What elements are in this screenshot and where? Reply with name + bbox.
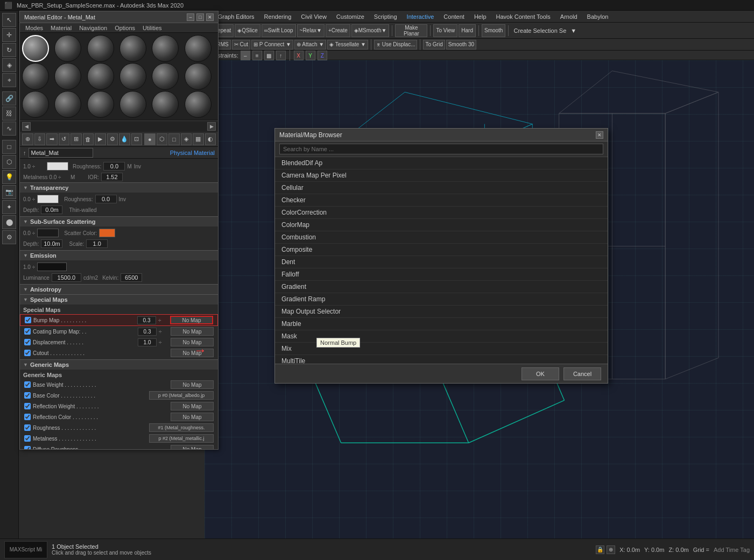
- sample-sphere-14[interactable]: [87, 91, 114, 118]
- mat-menu-material[interactable]: Material: [47, 24, 75, 32]
- menu-scripting[interactable]: Scripting: [370, 12, 401, 21]
- sample-sphere-8[interactable]: [87, 63, 114, 90]
- map-item-combustion[interactable]: Combustion: [275, 231, 608, 244]
- sample-sphere-3[interactable]: [119, 35, 146, 62]
- ior-input[interactable]: [101, 173, 123, 181]
- left-bind-btn[interactable]: ∿: [2, 122, 16, 136]
- refl-weight-btn[interactable]: No Map: [171, 402, 214, 410]
- left-unlink-btn[interactable]: ⛓: [2, 107, 16, 120]
- displacement-spinner[interactable]: ÷: [159, 339, 168, 345]
- mat-box-btn[interactable]: □: [168, 133, 180, 145]
- menu-customize[interactable]: Customize: [332, 12, 369, 21]
- constraint-edge[interactable]: ≡: [252, 51, 262, 60]
- bump-map-checkbox[interactable]: [25, 317, 31, 323]
- map-browser-cancel-btn[interactable]: Cancel: [563, 367, 601, 380]
- coating-bump-checkbox[interactable]: [24, 328, 31, 335]
- displacement-val[interactable]: [138, 338, 157, 346]
- base-color-btn[interactable]: p #0 (Metal_albedo.jp: [149, 391, 214, 400]
- map-item-composite[interactable]: Composite: [275, 244, 608, 256]
- left-geo-btn[interactable]: □: [2, 140, 16, 154]
- tessellate-btn[interactable]: ◈ Tessellate ▼: [327, 40, 368, 49]
- coating-bump-spinner[interactable]: ÷: [159, 329, 168, 335]
- map-item-colormap[interactable]: ColorMap: [275, 219, 608, 231]
- map-item-multitile[interactable]: MultiTile: [275, 355, 608, 364]
- map-search-input[interactable]: [279, 144, 603, 154]
- coating-bump-val[interactable]: [138, 328, 157, 336]
- map-item-gradient[interactable]: Gradient: [275, 281, 608, 293]
- sample-sphere-9[interactable]: [119, 63, 146, 90]
- mat-delete-btn[interactable]: 🗑: [83, 133, 94, 145]
- sample-sphere-15[interactable]: [119, 91, 146, 118]
- cut-btn[interactable]: ✂ Cut: [232, 40, 250, 49]
- luminance-input[interactable]: [52, 273, 81, 282]
- qslice-btn[interactable]: ◈ QSlice: [235, 24, 260, 37]
- bump-map-btn[interactable]: No Map: [170, 316, 213, 324]
- mat-custom-btn[interactable]: ◈: [181, 133, 192, 145]
- displacement-btn[interactable]: No Map: [171, 338, 214, 346]
- sss-section[interactable]: Sub-Surface Scattering: [20, 216, 218, 226]
- trans-swatch[interactable]: [37, 195, 59, 203]
- map-item-camera[interactable]: Camera Map Per Pixel: [275, 169, 608, 182]
- menu-rendering[interactable]: Rendering: [260, 12, 296, 21]
- left-helper-btn[interactable]: ✦: [2, 200, 16, 214]
- mat-picker-btn[interactable]: 💧: [119, 133, 130, 145]
- left-move-btn[interactable]: ✛: [2, 28, 16, 42]
- bump-map-val[interactable]: [137, 316, 156, 324]
- generic-maps-section[interactable]: Generic Maps: [20, 359, 218, 370]
- left-light-btn[interactable]: 💡: [2, 170, 16, 184]
- base-weight-checkbox[interactable]: [24, 381, 31, 388]
- mat-put-material-btn[interactable]: ⇩: [34, 133, 46, 145]
- sss-depth-input[interactable]: [41, 239, 62, 248]
- constraint-none[interactable]: –: [241, 51, 250, 60]
- mat-cylinder-btn[interactable]: ⬡: [157, 133, 168, 145]
- sample-sphere-2[interactable]: [87, 35, 114, 62]
- map-item-cellular[interactable]: Cellular: [275, 182, 608, 194]
- sss-scale-input[interactable]: [86, 239, 108, 248]
- mat-backlight-btn[interactable]: ◐: [205, 133, 216, 145]
- cutout-btn[interactable]: No Map: [171, 349, 214, 357]
- to-grid-btn[interactable]: To Grid: [423, 40, 445, 49]
- lock-icon[interactable]: 🔒: [596, 545, 604, 554]
- sample-sphere-5[interactable]: [185, 35, 212, 62]
- mat-menu-utilities[interactable]: Utilities: [139, 24, 165, 32]
- constraint-normal[interactable]: ↑: [276, 51, 286, 60]
- map-browser-ok-btn[interactable]: OK: [522, 367, 559, 380]
- mat-menu-options[interactable]: Options: [111, 24, 138, 32]
- metalness-map-checkbox[interactable]: [24, 435, 31, 442]
- mat-nav-up[interactable]: ↑: [23, 150, 26, 156]
- map-item-blend[interactable]: BlendedDif Ap: [275, 157, 608, 169]
- menu-help[interactable]: Help: [470, 12, 491, 21]
- roughness-swatch[interactable]: [47, 162, 68, 171]
- diffuse-rough-btn[interactable]: No Map: [171, 445, 214, 449]
- create-sel-btn[interactable]: Create Selection Se: [511, 27, 568, 34]
- left-select-btn[interactable]: ↖: [2, 13, 16, 27]
- mat-select-by-btn[interactable]: ⊡: [131, 133, 143, 145]
- sample-sphere-17[interactable]: [185, 91, 212, 118]
- mat-sphere-btn[interactable]: ●: [144, 133, 156, 145]
- left-camera-btn[interactable]: 📷: [2, 185, 16, 199]
- left-link-btn[interactable]: 🔗: [2, 91, 16, 105]
- smooth-30-btn[interactable]: Smooth 30: [446, 40, 476, 49]
- base-weight-btn[interactable]: No Map: [171, 380, 214, 389]
- left-scale-btn[interactable]: ◈: [2, 58, 16, 72]
- xyz-y-btn[interactable]: Y: [306, 51, 315, 60]
- sample-sphere-4[interactable]: [152, 35, 179, 62]
- left-shape-btn[interactable]: ⬡: [2, 155, 16, 169]
- map-item-marble[interactable]: Marble: [275, 318, 608, 330]
- sample-sphere-13[interactable]: [54, 91, 81, 118]
- menu-interactive[interactable]: Interactive: [403, 12, 439, 21]
- msmooth-btn[interactable]: ◈ MSmooth ▼: [351, 24, 390, 37]
- sample-sphere-16[interactable]: [152, 91, 179, 118]
- sample-sphere-7[interactable]: [54, 63, 81, 90]
- use-displace-btn[interactable]: ⌆ Use Displac...: [374, 40, 417, 49]
- make-planar-btn[interactable]: Make Planar: [395, 24, 427, 37]
- metalness-map-btn[interactable]: p #2 (Metal_metallic.j: [149, 434, 214, 443]
- sample-sphere-6[interactable]: [22, 63, 49, 90]
- map-item-colorcorrection[interactable]: ColorCorrection: [275, 207, 608, 219]
- mat-name-input[interactable]: [29, 148, 93, 158]
- xyz-x-btn[interactable]: X: [294, 51, 304, 60]
- diffuse-rough-checkbox[interactable]: [24, 446, 31, 449]
- special-maps-section[interactable]: Special Maps: [20, 294, 218, 304]
- swift-loop-btn[interactable]: ∞ Swift Loop: [262, 24, 296, 37]
- left-space-btn[interactable]: ⬤: [2, 215, 16, 229]
